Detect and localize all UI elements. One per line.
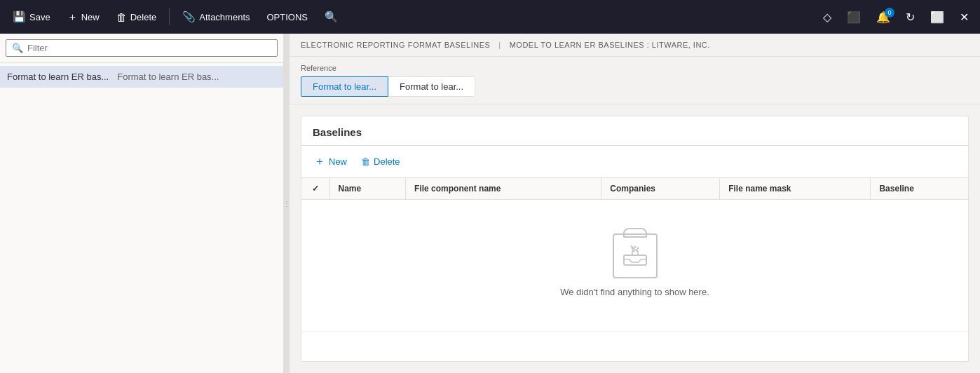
filter-bar: 🔍	[0, 34, 283, 63]
diamond-icon-button[interactable]: ◇	[817, 6, 837, 28]
breadcrumb-right: MODEL TO LEARN ER BASELINES : LITWARE, I…	[510, 41, 710, 49]
svg-point-5	[635, 250, 637, 252]
col-name: Name	[329, 178, 406, 200]
list-item[interactable]: Format to learn ER bas... Format to lear…	[0, 66, 283, 88]
resize-handle[interactable]: ⋮	[284, 34, 290, 373]
delete-icon: 🗑	[361, 156, 370, 167]
main-layout: 🔍 Format to learn ER bas... Format to le…	[0, 34, 980, 373]
plus-icon: ＋	[67, 11, 78, 24]
col-companies: Companies	[601, 178, 720, 200]
title-bar: 💾 Save ＋ New 🗑 Delete 📎 Attachments OPTI…	[0, 0, 980, 34]
new-button[interactable]: ＋ New	[60, 6, 107, 28]
notification-badge: 0	[885, 8, 894, 18]
baselines-title: Baselines	[301, 116, 968, 146]
reference-label: Reference	[301, 64, 969, 72]
svg-point-4	[632, 250, 634, 252]
sidebar-list: Format to learn ER bas... Format to lear…	[0, 63, 283, 373]
attachment-icon: 📎	[182, 11, 196, 23]
empty-icon	[613, 233, 658, 278]
filter-input[interactable]	[27, 43, 271, 53]
options-button[interactable]: OPTIONS	[260, 8, 315, 27]
reference-tab-2[interactable]: Format to lear...	[388, 76, 475, 97]
svg-point-3	[637, 247, 639, 250]
baselines-table-wrap: ✓ Name File component name Companies Fil…	[301, 178, 968, 361]
attachments-button[interactable]: 📎 Attachments	[175, 6, 257, 27]
empty-state-cell: We didn't find anything to show here.	[301, 200, 968, 332]
empty-state: We didn't find anything to show here.	[310, 205, 960, 325]
empty-message: We didn't find anything to show here.	[560, 287, 709, 297]
svg-point-2	[634, 246, 636, 248]
office-icon-button[interactable]: ⬛	[841, 6, 866, 28]
refresh-button[interactable]: ↻	[900, 6, 920, 28]
reference-section: Reference Format to lear... Format to le…	[290, 57, 980, 104]
baselines-new-button[interactable]: ＋ New	[313, 151, 348, 172]
notification-button[interactable]: 🔔 0	[871, 6, 896, 28]
filter-icon: 🔍	[12, 43, 23, 53]
reference-tab-1[interactable]: Format to lear...	[301, 76, 388, 97]
svg-point-1	[631, 247, 633, 250]
plus-icon: ＋	[314, 154, 325, 169]
delete-button[interactable]: 🗑 Delete	[109, 7, 164, 27]
breadcrumb-left: ELECTRONIC REPORTING FORMAT BASELINES	[301, 41, 490, 49]
col-check: ✓	[301, 178, 329, 200]
breadcrumb-separator: |	[498, 41, 501, 49]
baselines-delete-button[interactable]: 🗑 Delete	[360, 154, 402, 170]
search-button[interactable]: 🔍	[318, 6, 345, 27]
col-baseline: Baseline	[871, 178, 968, 200]
reference-tabs: Format to lear... Format to lear...	[301, 76, 969, 97]
content-inner: Baselines ＋ New 🗑 Delete	[290, 104, 980, 373]
baselines-table: ✓ Name File component name Companies Fil…	[301, 178, 968, 332]
baselines-card: Baselines ＋ New 🗑 Delete	[301, 116, 969, 362]
expand-button[interactable]: ⬜	[925, 6, 950, 28]
content-area: ELECTRONIC REPORTING FORMAT BASELINES | …	[290, 34, 980, 373]
separator	[169, 8, 170, 25]
table-header-row: ✓ Name File component name Companies Fil…	[301, 178, 968, 200]
close-button[interactable]: ✕	[954, 6, 974, 28]
delete-icon: 🗑	[116, 11, 127, 23]
breadcrumb: ELECTRONIC REPORTING FORMAT BASELINES | …	[290, 34, 980, 57]
filter-input-wrap[interactable]: 🔍	[6, 39, 278, 57]
empty-state-row: We didn't find anything to show here.	[301, 200, 968, 332]
sidebar-item-primary: Format to learn ER bas...	[7, 72, 109, 82]
save-icon: 💾	[13, 11, 26, 23]
search-icon: 🔍	[325, 11, 338, 23]
save-button[interactable]: 💾 Save	[6, 6, 57, 27]
title-bar-right: ◇ ⬛ 🔔 0 ↻ ⬜ ✕	[817, 6, 974, 28]
svg-rect-0	[624, 255, 646, 265]
col-file-name-mask: File name mask	[720, 178, 871, 200]
col-file-component: File component name	[406, 178, 601, 200]
baselines-toolbar: ＋ New 🗑 Delete	[301, 146, 968, 178]
sidebar: 🔍 Format to learn ER bas... Format to le…	[0, 34, 284, 373]
sidebar-item-secondary: Format to learn ER bas...	[117, 72, 219, 82]
